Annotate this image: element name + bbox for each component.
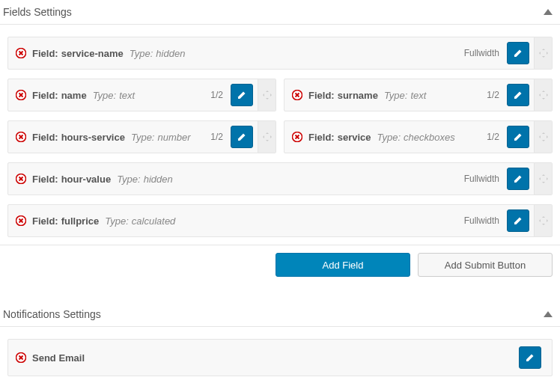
field-label: Field: service-name Type: hidden xyxy=(32,48,457,59)
fields-body: Field: service-name Type: hidden Fullwid… xyxy=(0,25,560,245)
width-label: Fullwidth xyxy=(457,174,507,184)
drag-handle-icon[interactable] xyxy=(534,120,552,153)
collapse-icon xyxy=(544,9,553,15)
field-label: Field: surname Type: text xyxy=(308,90,479,101)
delete-icon[interactable] xyxy=(16,215,26,226)
add-submit-button[interactable]: Add Submit Button xyxy=(418,253,553,277)
notifications-settings-title: Notifications Settings xyxy=(3,308,101,320)
field-label: Field: name Type: text xyxy=(32,90,203,101)
fields-button-row: Add Field Add Submit Button xyxy=(0,245,560,287)
drag-handle-icon[interactable] xyxy=(534,162,552,195)
notification-card-send-email: Send Email xyxy=(7,339,553,376)
width-label: 1/2 xyxy=(479,90,507,100)
delete-icon[interactable] xyxy=(16,352,26,363)
edit-button[interactable] xyxy=(507,42,529,64)
notification-label: Send Email xyxy=(32,352,519,364)
width-label: Fullwidth xyxy=(457,48,507,58)
delete-icon[interactable] xyxy=(16,90,26,100)
edit-button[interactable] xyxy=(507,126,529,148)
field-label: Field: hours-service Type: number xyxy=(32,132,203,143)
delete-icon[interactable] xyxy=(16,174,26,184)
edit-button[interactable] xyxy=(507,209,529,232)
collapse-icon xyxy=(544,311,553,317)
edit-button[interactable] xyxy=(231,126,253,148)
width-label: Fullwidth xyxy=(457,215,507,226)
field-card-name: Field: name Type: text 1/2 xyxy=(7,79,276,111)
edit-button[interactable] xyxy=(507,84,529,106)
notifications-button-row: Add Notification xyxy=(0,388,560,392)
drag-handle-icon[interactable] xyxy=(258,79,276,111)
edit-button[interactable] xyxy=(519,346,541,369)
field-card-service-name: Field: service-name Type: hidden Fullwid… xyxy=(7,37,553,70)
edit-button[interactable] xyxy=(507,168,529,190)
field-card-hour-value: Field: hour-value Type: hidden Fullwidth xyxy=(7,162,553,195)
field-card-surname: Field: surname Type: text 1/2 xyxy=(284,79,553,111)
notifications-body: Send Email xyxy=(0,327,560,388)
delete-icon[interactable] xyxy=(16,132,26,142)
delete-icon[interactable] xyxy=(292,132,302,142)
fields-settings-title: Fields Settings xyxy=(3,6,72,18)
delete-icon[interactable] xyxy=(16,48,26,58)
field-card-hours-service: Field: hours-service Type: number 1/2 xyxy=(7,120,276,153)
add-field-button[interactable]: Add Field xyxy=(276,253,410,277)
field-label: Field: service Type: checkboxes xyxy=(308,132,479,143)
drag-handle-icon[interactable] xyxy=(534,204,552,237)
fields-settings-header[interactable]: Fields Settings xyxy=(0,0,560,25)
width-label: 1/2 xyxy=(203,132,231,142)
drag-handle-icon[interactable] xyxy=(258,120,276,153)
width-label: 1/2 xyxy=(479,132,507,142)
field-card-fullprice: Field: fullprice Type: calculated Fullwi… xyxy=(7,204,553,237)
edit-button[interactable] xyxy=(231,84,253,106)
notifications-settings-header[interactable]: Notifications Settings xyxy=(0,302,560,327)
field-label: Field: hour-value Type: hidden xyxy=(32,174,457,185)
width-label: 1/2 xyxy=(203,90,231,100)
field-label: Field: fullprice Type: calculated xyxy=(32,215,457,227)
field-card-service: Field: service Type: checkboxes 1/2 xyxy=(284,120,553,153)
delete-icon[interactable] xyxy=(292,90,302,100)
drag-handle-icon[interactable] xyxy=(534,37,552,70)
drag-handle-icon[interactable] xyxy=(534,79,552,111)
